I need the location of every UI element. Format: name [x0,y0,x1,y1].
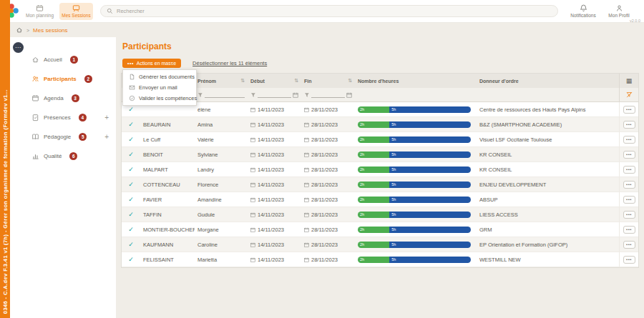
sidebar-item-label: Accueil [44,56,62,63]
header-fin[interactable]: Fin ⇅ [301,74,355,88]
row-checkbox[interactable]: ✓ [128,211,134,218]
filter-debut[interactable] [248,88,301,101]
sidebar-item-qualite[interactable]: Qualité 6 [10,146,116,166]
header-prenom[interactable]: Prénom ⇅ [195,74,248,88]
row-actions-button[interactable]: ••• [623,151,635,159]
clear-filters-button[interactable] [619,88,638,101]
row-checkbox[interactable]: ✓ [128,181,134,188]
sidebar-item-agenda[interactable]: Agenda 3 [10,89,116,108]
menu-item-generer-documents[interactable]: Générer les documents [123,71,196,82]
sidebar-item-pedagogie[interactable]: Pédagogie 5 + [10,127,116,146]
hours-progress-bar: 2h 5h [358,106,471,113]
sidebar-item-accueil[interactable]: Accueil 1 [10,50,116,69]
hours-done-segment: 2h [358,257,389,263]
hours-progress-bar: 2h 5h [358,227,471,233]
cell-debut: 14/11/2023 [248,192,301,207]
table-row[interactable]: ✓ FAVIER Amandine 14/11/2023 28/11/2023 … [122,192,638,207]
profile-button[interactable]: Mon Profil [601,4,637,18]
document-icon [129,74,135,80]
notifications-button[interactable]: Notifications [565,4,601,18]
dots-icon: ••• [626,212,632,217]
hours-done-segment: 2h [358,197,389,203]
row-actions-button[interactable]: ••• [623,226,635,234]
cell-donneur-ordre: EP Orientation et Formation (GIFOP) [477,237,619,252]
row-checkbox[interactable]: ✓ [128,256,134,263]
row-actions-button[interactable]: ••• [623,181,635,189]
row-checkbox[interactable]: ✓ [128,196,134,203]
calendar-icon [304,242,309,247]
cell-donneur-ordre: B&Z (SMARTPHONE ACADEMIE) [477,117,619,131]
menu-item-envoyer-mail[interactable]: Envoyer un mail [123,82,196,93]
cell-debut: 14/11/2023 [248,252,301,267]
row-select-cell: ✓ [122,252,140,267]
grid-icon: ▦ [626,77,633,84]
row-checkbox[interactable]: ✓ [128,121,134,128]
row-checkbox[interactable]: ✓ [128,226,134,233]
row-checkbox[interactable]: ✓ [128,241,134,248]
table-row[interactable]: ✓ KAUFMANN Caroline 14/11/2023 28/11/202… [122,237,638,252]
tab-label: Mon planning [23,13,57,18]
row-actions-button[interactable]: ••• [623,211,635,219]
dots-icon: ••• [626,197,632,202]
row-actions-button[interactable]: ••• [623,121,635,129]
table-row[interactable]: ✓ BEAURAIN Amina 14/11/2023 28/11/2023 2… [122,117,638,132]
row-checkbox[interactable]: ✓ [128,106,134,113]
columns-config-button[interactable]: ▦ [619,74,638,88]
table-row[interactable]: ✓ BENOIT Sylviane 14/11/2023 28/11/2023 … [122,147,638,162]
home-icon[interactable] [16,26,23,34]
filter-prenom[interactable] [195,88,248,101]
cell-actions: ••• [619,192,638,207]
expand-plus-icon[interactable]: + [104,114,109,121]
calendar-icon [23,4,57,12]
calendar-icon[interactable] [293,92,298,98]
header-debut[interactable]: Début ⇅ [248,74,301,88]
sidebar-item-presences[interactable]: Présences 4 + [10,108,116,127]
version-label: v2.0.0 [630,19,640,23]
cell-fin: 28/11/2023 [301,222,355,237]
row-actions-button[interactable]: ••• [623,241,635,249]
dots-icon: ••• [626,227,632,232]
row-actions-button[interactable]: ••• [623,256,635,264]
cell-nom: BEAURAIN [140,117,195,131]
cell-nom: MONTIER-BOUCHER [140,222,195,237]
row-actions-button[interactable]: ••• [623,166,635,174]
filter-input[interactable] [205,92,245,98]
header-donneur-ordre[interactable]: Donneur d'ordre [477,74,619,88]
calendar-icon [304,227,309,232]
search-input[interactable] [117,8,552,14]
header-nombre-heures[interactable]: Nombre d'heures [355,74,477,88]
table-row[interactable]: ✓ MALPART Landry 14/11/2023 28/11/2023 2… [122,162,638,177]
tab-mon-planning[interactable]: Mon planning [23,3,57,20]
sidebar-item-participants[interactable]: Participants 2 [10,69,116,89]
cell-prenom: Amina [195,117,248,131]
table-row[interactable]: ✓ TAFFIN Gudule 14/11/2023 28/11/2023 2h… [122,207,638,222]
row-checkbox[interactable]: ✓ [128,166,134,173]
row-actions-button[interactable]: ••• [623,136,635,144]
table-row[interactable]: ✓ Le Cuff Valérie 14/11/2023 28/11/2023 … [122,132,638,147]
calendar-icon[interactable] [346,92,352,98]
check-circle-icon [129,95,135,101]
table-row[interactable]: ✓ FELISSAINT Marietta 14/11/2023 28/11/2… [122,252,638,267]
row-checkbox[interactable]: ✓ [128,151,134,158]
table-row[interactable]: ✓ MONTIER-BOUCHER Morgane 14/11/2023 28/… [122,222,638,237]
breadcrumb-current[interactable]: Mes sessions [33,27,67,34]
table-row[interactable]: ✓ COTTENCEAU Florence 14/11/2023 28/11/2… [122,177,638,192]
row-checkbox[interactable]: ✓ [128,136,134,143]
tab-mes-sessions[interactable]: Mes Sessions [59,3,93,20]
presentation-board-icon [59,4,93,12]
people-icon [31,75,39,83]
table-row[interactable]: ✓ élène 14/11/2023 28/11/2023 2h 5h Cent… [122,102,638,117]
row-actions-button[interactable]: ••• [623,106,635,114]
cell-nom: KAUFMANN [140,237,195,252]
calendar-icon [250,257,255,262]
cell-fin: 28/11/2023 [301,207,355,222]
deselect-all-link[interactable]: Désélectionner les 11 éléments [192,60,267,66]
expand-plus-icon[interactable]: + [104,133,109,141]
filter-input[interactable] [258,92,291,98]
filter-fin[interactable] [301,88,355,101]
menu-item-valider-competences[interactable]: Valider les compétences [123,93,196,104]
row-actions-button[interactable]: ••• [623,196,635,204]
filter-input[interactable] [311,92,345,98]
row-select-cell: ✓ [122,237,140,252]
cell-debut: 14/11/2023 [248,132,301,146]
